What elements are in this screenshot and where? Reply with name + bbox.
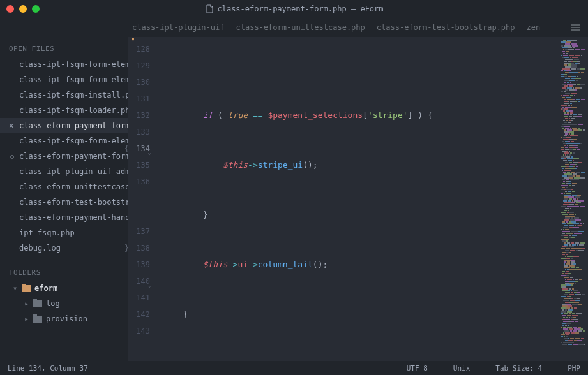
editor-area[interactable]: if ( true == $payment_selections['stripe…: [156, 37, 557, 361]
open-file-item[interactable]: class-eform-payment-form: [0, 149, 128, 164]
chevron-right-icon: ▸: [24, 314, 29, 323]
line-number[interactable]: [128, 207, 150, 223]
open-file-item[interactable]: class-ipt-fsqm-form-elem: [0, 133, 128, 149]
line-number[interactable]: 137: [128, 223, 150, 240]
code-line: }: [156, 306, 557, 323]
open-file-item[interactable]: class-ipt-fsqm-form-elem: [0, 72, 128, 87]
code-line: $this->ui->column_tail();: [156, 256, 557, 273]
open-file-item[interactable]: class-ipt-fsqm-loader.ph: [0, 103, 128, 118]
line-number[interactable]: 131: [128, 91, 150, 107]
close-icon[interactable]: ×: [9, 121, 13, 130]
close-window-button[interactable]: [6, 5, 14, 13]
titlebar: class-eform-payment-form.php — eForm: [0, 0, 588, 18]
language-indicator[interactable]: PHP: [568, 364, 580, 372]
menu-icon[interactable]: [571, 23, 580, 33]
modified-indicator-icon: [10, 155, 14, 159]
line-number[interactable]: 142: [128, 306, 150, 323]
line-number[interactable]: 132: [128, 107, 150, 124]
tab-item[interactable]: zen: [525, 23, 542, 32]
open-file-item[interactable]: class-eform-payment-hand: [0, 210, 128, 225]
open-file-item[interactable]: class-ipt-fsqm-form-elem: [0, 57, 128, 72]
code-line: $this->stripe_ui();: [156, 157, 557, 173]
encoding-indicator[interactable]: UTF-8: [407, 364, 428, 372]
chevron-down-icon: ▾: [13, 284, 18, 293]
line-number[interactable]: 129: [128, 57, 150, 74]
open-file-item[interactable]: class-ipt-plugin-uif-adm: [0, 164, 128, 179]
open-file-item[interactable]: class-eform-unittestcase: [0, 179, 128, 195]
folder-item[interactable]: ▸ provision: [0, 311, 128, 327]
folder-icon: [22, 285, 31, 292]
folder-icon: [33, 316, 42, 323]
open-file-item[interactable]: class-ipt-fsqm-install.ph: [0, 87, 128, 103]
minimap[interactable]: // placeholder — minimap generated below: [557, 37, 588, 361]
code-line: }: [156, 207, 557, 223]
window-title: class-eform-payment-form.php — eForm: [204, 4, 383, 13]
folder-item[interactable]: ▸ log: [0, 296, 128, 311]
statusbar: Line 134, Column 37 UTF-8 Unix Tab Size:…: [0, 361, 588, 375]
line-number[interactable]: 133: [128, 124, 150, 140]
code-line: [156, 356, 557, 361]
sidebar: OPEN FILES class-ipt-fsqm-form-elem clas…: [0, 37, 128, 361]
folder-root[interactable]: ▾ eform: [0, 281, 128, 296]
folder-icon: [33, 300, 42, 307]
line-number[interactable]: }138: [128, 240, 150, 256]
folders-heading: FOLDERS: [0, 263, 128, 281]
tab-item[interactable]: class-ipt-plugin-uif: [131, 23, 226, 32]
open-file-item[interactable]: ipt_fsqm.php: [0, 225, 128, 240]
tab-size-indicator[interactable]: Tab Size: 4: [495, 364, 542, 372]
line-number[interactable]: 140⌄: [128, 273, 150, 290]
window-controls: [6, 5, 40, 13]
line-number[interactable]: 128: [128, 41, 150, 57]
line-number[interactable]: 136: [128, 173, 150, 190]
cursor-position[interactable]: Line 134, Column 37: [8, 364, 88, 372]
tab-bar: class-ipt-plugin-uif class-eform-unittes…: [0, 18, 588, 37]
line-number[interactable]: [128, 190, 150, 207]
minimize-window-button[interactable]: [19, 5, 27, 13]
tab-item[interactable]: class-eform-unittestcase.php: [235, 23, 366, 32]
line-number[interactable]: 130: [128, 74, 150, 91]
file-icon: [204, 4, 213, 13]
line-number-current[interactable]: {134⌄: [128, 140, 150, 157]
main-area: OPEN FILES class-ipt-fsqm-form-elem clas…: [0, 37, 588, 361]
maximize-window-button[interactable]: [32, 5, 40, 13]
tab-item[interactable]: class-eform-test-bootstrap.php: [375, 23, 516, 32]
line-number[interactable]: 143: [128, 323, 150, 339]
open-file-item[interactable]: class-eform-test-bootstr: [0, 195, 128, 210]
chevron-right-icon: ▸: [24, 299, 29, 308]
open-files-heading: OPEN FILES: [0, 40, 128, 57]
line-ending-indicator[interactable]: Unix: [453, 364, 471, 372]
line-number-gutter: ▪ 128 129 130 131 132 133 {134⌄ 135 136 …: [128, 37, 156, 361]
code-line: if ( true == $payment_selections['stripe…: [156, 107, 557, 124]
line-number[interactable]: 135: [128, 157, 150, 173]
open-file-item-active[interactable]: ×class-eform-payment-form: [0, 118, 128, 133]
line-number[interactable]: 139: [128, 256, 150, 273]
line-number[interactable]: 141: [128, 290, 150, 306]
open-file-item[interactable]: debug.log: [0, 240, 128, 256]
window-title-text: class-eform-payment-form.php — eForm: [217, 4, 383, 13]
